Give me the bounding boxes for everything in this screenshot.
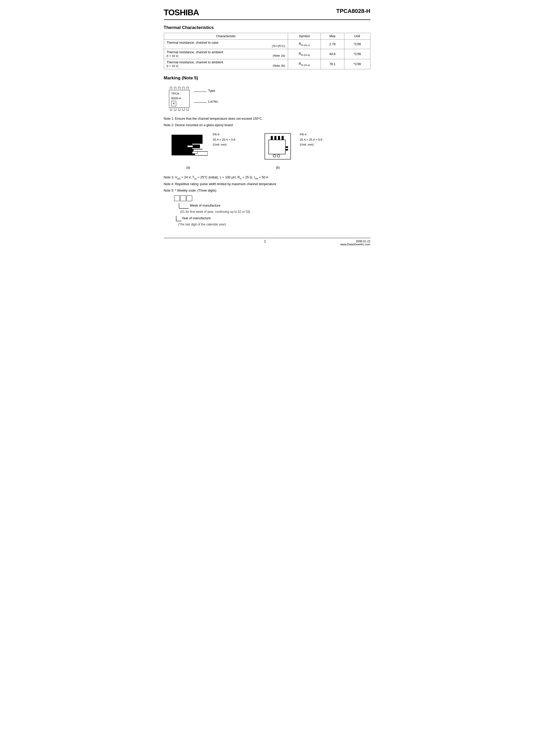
notes-section: Note 1: Ensure that the channel temperat… (164, 116, 370, 227)
week-bracket-svg (174, 203, 190, 209)
svg-rect-3 (188, 146, 193, 147)
type-label-line: Type (194, 89, 218, 93)
max-cell-3: 78.1 (320, 59, 344, 69)
boards-section: (a) FR-4 25.4 × 25.4 × 0.8 (Unit: mm) (169, 132, 370, 170)
footer-website: www.DataSheet4U.com (340, 243, 370, 246)
weekly-label4: (The last digit of the calendar year) (178, 223, 226, 226)
page-footer: 2 2008-01-22 www.DataSheet4U.com (164, 238, 370, 246)
weekly-label3: Year of manufacture (182, 215, 211, 222)
board-b-spec2: 25.4 × 25.4 × 0.8 (300, 137, 322, 143)
unit-cell-1: °C/W (344, 40, 370, 49)
board-b-label: (b) (261, 165, 294, 171)
svg-rect-9 (269, 140, 286, 154)
char-cell-1: Thermal resistance, channel to case (Tc=… (164, 40, 288, 49)
svg-rect-11 (274, 136, 276, 140)
symbol-cell-2: Rth (ch-a) (288, 49, 320, 59)
board-b-spec3: (Unit: mm) (300, 142, 322, 148)
note-2: Note 2: Device mounted on a glass-epoxy … (164, 122, 370, 128)
part-number: TPCA8028-H (336, 8, 370, 14)
note-4: Note 4: Repetitive rating: pulse width l… (164, 181, 370, 187)
col-max: Max (320, 33, 344, 40)
note-3-text: Note 3: VDD = 24 V, Tch = 25°C (initial)… (164, 175, 268, 181)
digit-boxes-row (174, 196, 370, 201)
board-a-spec2: 25.4 × 25.4 × 0.8 (213, 137, 235, 143)
chip-pins-bottom (169, 108, 190, 111)
lot-label-line: Lot No. (194, 100, 218, 103)
chip-body: TPCA 8028-H ※ (169, 90, 190, 108)
col-unit: Unit (344, 33, 370, 40)
board-a-label: (a) (169, 165, 208, 171)
table-row: Thermal resistance, channel to ambient (… (164, 49, 370, 59)
marking-section: Marking (Note 5) TPCA 8028-H ※ (164, 75, 370, 111)
pin-top-2 (174, 87, 176, 90)
board-b-svg (261, 132, 294, 162)
max-cell-1: 2.78 (320, 40, 344, 49)
footer-left-spacer (164, 240, 190, 246)
weekly-diagram: Week of manufacture (01 for first week o… (169, 196, 370, 228)
svg-point-15 (277, 155, 280, 157)
symbol-cell-3: Rth (ch-a) (288, 59, 320, 69)
thermal-table: Characteristic Symbol Max Unit Thermal r… (164, 33, 370, 69)
svg-rect-17 (286, 149, 288, 150)
pin-top-4 (182, 87, 185, 90)
col-characteristic: Characteristic (164, 33, 288, 40)
max-cell-2: 44.6 (320, 49, 344, 59)
year-bracket-svg (174, 215, 182, 222)
weekly-label1: Week of manufacture (190, 203, 221, 209)
board-b-info: FR-4 25.4 × 25.4 × 0.8 (Unit: mm) (300, 132, 322, 148)
svg-rect-5 (193, 149, 203, 151)
pin-top-3 (178, 87, 180, 90)
board-b-diagram: (b) (261, 132, 294, 170)
note-4-text: Note 4: Repetitive rating: pulse width l… (164, 181, 276, 187)
board-a-spec1: FR-4 (213, 132, 235, 137)
chip-pins-top (169, 87, 190, 90)
table-row: Thermal resistance, channel to case (Tc=… (164, 40, 370, 49)
note-5: Note 5: * Weekly code: (Three digits) (164, 188, 370, 194)
note-3: Note 3: VDD = 24 V, Tch = 25°C (initial)… (164, 175, 370, 181)
symbol-cell-1: Rth (ch-c) (288, 40, 320, 49)
chip-xmark: ※ (171, 101, 176, 107)
marking-title: Marking (Note 5) (164, 75, 370, 81)
thermal-section-title: Thermal Characteristics (164, 25, 370, 30)
company-logo: TOSHIBA (164, 8, 199, 17)
board-a-info: FR-4 25.4 × 25.4 × 0.8 (Unit: mm) (213, 132, 235, 148)
svg-rect-13 (282, 136, 284, 140)
page-number: 2 (190, 240, 341, 246)
digit-box-3 (187, 196, 192, 201)
board-a-svg (169, 132, 208, 162)
char-cell-3: Thermal resistance, channel to ambient (… (164, 59, 288, 69)
digit-box-1 (174, 196, 180, 201)
note-5-text: Note 5: * Weekly code: (Three digits) (164, 188, 216, 194)
board-b-spec1: FR-4 (300, 132, 322, 137)
weekly-label2: (01 for first week of year, continuing u… (180, 210, 250, 214)
svg-rect-10 (271, 136, 273, 140)
svg-rect-2 (192, 145, 200, 148)
pin-bot-4 (182, 108, 185, 111)
char-cell-2: Thermal resistance, channel to ambient (… (164, 49, 288, 59)
lot-label: Lot No. (208, 100, 218, 103)
note-1-text: Note 1: Ensure that the channel temperat… (164, 116, 263, 122)
table-row: Thermal resistance, channel to ambient (… (164, 59, 370, 69)
pin-bot-3 (178, 108, 180, 111)
svg-rect-7 (192, 151, 197, 153)
svg-point-14 (273, 155, 276, 157)
pin-bot-5 (187, 108, 189, 111)
note-1: Note 1: Ensure that the channel temperat… (164, 116, 370, 122)
col-symbol: Symbol (288, 33, 320, 40)
type-label: Type (208, 89, 215, 93)
footer-date: 2008-01-22 (340, 240, 370, 243)
digit-box-2 (180, 196, 186, 201)
svg-rect-16 (286, 146, 288, 148)
board-a-diagram: (a) (169, 132, 208, 170)
footer-right: 2008-01-22 www.DataSheet4U.com (340, 240, 370, 246)
chip-text-line2: 8028-H (171, 96, 187, 100)
marking-diagram: TPCA 8028-H ※ Type L (169, 84, 370, 111)
pin-bot-2 (174, 108, 176, 111)
board-a-spec3: (Unit: mm) (213, 142, 235, 148)
pin-bot-1 (170, 108, 172, 111)
pin-top-5 (187, 87, 189, 90)
page-header: TOSHIBA TPCA8028-H (164, 8, 370, 20)
chip-text-line1: TPCA (171, 91, 187, 96)
svg-rect-12 (278, 136, 280, 140)
pin-top-1 (170, 87, 172, 90)
